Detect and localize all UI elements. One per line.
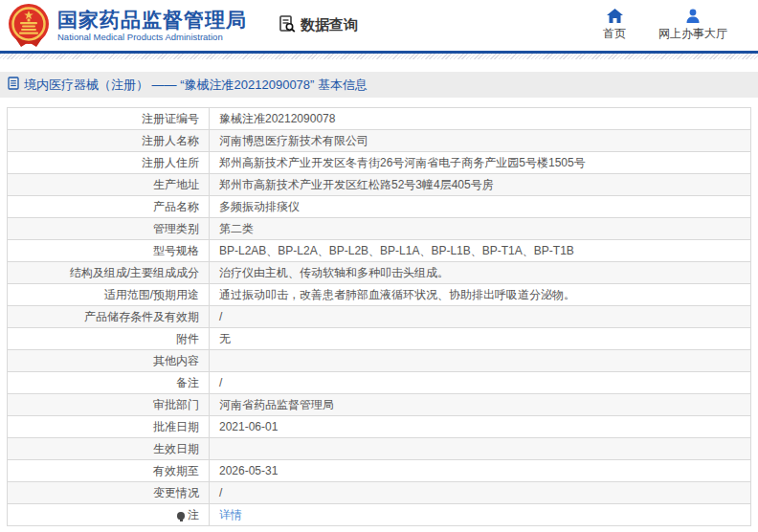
row-value: 2026-05-31 bbox=[210, 460, 751, 482]
row-value: 无 bbox=[210, 328, 751, 350]
person-icon bbox=[685, 9, 701, 23]
row-label: 产品名称 bbox=[8, 196, 210, 218]
row-value bbox=[210, 438, 751, 460]
row-label: 其他内容 bbox=[8, 350, 210, 372]
table-row: 其他内容 bbox=[8, 350, 751, 372]
data-query-label: 数据查询 bbox=[301, 16, 358, 34]
site-title: 国家药品监督管理局 bbox=[57, 9, 247, 32]
table-row: 型号规格BP-L2AB、BP-L2A、BP-L2B、BP-L1A、BP-L1B、… bbox=[8, 240, 751, 262]
row-value: 多频振动排痰仪 bbox=[210, 196, 751, 218]
row-label: 备注 bbox=[8, 372, 210, 394]
table-row: 审批部门河南省药品监督管理局 bbox=[8, 394, 751, 416]
table-row: 结构及组成/主要组成成分治疗仪由主机、传动软轴和多种叩击头组成。 bbox=[8, 262, 751, 284]
row-value: 河南博恩医疗新技术有限公司 bbox=[210, 130, 751, 152]
row-value: 通过振动叩击，改善患者肺部血液循环状况、协助排出呼吸道分泌物。 bbox=[210, 284, 751, 306]
nav-home-label: 首页 bbox=[603, 26, 626, 42]
row-value: 豫械注准20212090078 bbox=[210, 108, 751, 130]
table-row: 变更情况/ bbox=[8, 482, 751, 504]
table-row: 注册人住所郑州高新技术产业开发区冬青街26号河南省电子商务产业园5号楼1505号 bbox=[8, 152, 751, 174]
table-row: 有效期至2026-05-31 bbox=[8, 460, 751, 482]
brand-block: 国家药品监督管理局 National Medical Products Admi… bbox=[57, 9, 247, 43]
row-value: 第二类 bbox=[210, 218, 751, 240]
row-value: 郑州市高新技术产业开发区红松路52号3幢4层405号房 bbox=[210, 174, 751, 196]
row-label: 附件 bbox=[8, 328, 210, 350]
table-row: 注详情 bbox=[8, 504, 751, 526]
bulb-icon bbox=[177, 512, 185, 520]
table-row: 生效日期 bbox=[8, 438, 751, 460]
row-value: BP-L2AB、BP-L2A、BP-L2B、BP-L1A、BP-L1B、BP-T… bbox=[210, 240, 751, 262]
row-label: 生产地址 bbox=[8, 174, 210, 196]
nav-item-home[interactable]: 首页 bbox=[603, 9, 626, 42]
table-row: 注册人名称河南博恩医疗新技术有限公司 bbox=[8, 130, 751, 152]
national-emblem-logo bbox=[8, 4, 50, 48]
document-icon bbox=[8, 77, 19, 94]
data-query-entry[interactable]: 数据查询 bbox=[278, 14, 358, 37]
document-search-icon bbox=[278, 14, 297, 37]
row-label: 产品储存条件及有效期 bbox=[8, 306, 210, 328]
detail-link[interactable]: 详情 bbox=[219, 508, 242, 521]
row-value: 治疗仪由主机、传动软轴和多种叩击头组成。 bbox=[210, 262, 751, 284]
row-value: / bbox=[210, 306, 751, 328]
row-label: 管理类别 bbox=[8, 218, 210, 240]
row-value: 河南省药品监督管理局 bbox=[210, 394, 751, 416]
page-header: 国家药品监督管理局 National Medical Products Admi… bbox=[0, 0, 758, 51]
breadcrumb: 境内医疗器械（注册） —— “豫械注准20212090078” 基本信息 bbox=[0, 72, 758, 98]
row-label: 审批部门 bbox=[8, 394, 210, 416]
row-value: 详情 bbox=[210, 504, 751, 526]
row-label: 注册人住所 bbox=[8, 152, 210, 174]
registration-table-body: 注册证编号豫械注准20212090078注册人名称河南博恩医疗新技术有限公司注册… bbox=[8, 108, 751, 526]
home-icon bbox=[607, 9, 623, 23]
row-value: / bbox=[210, 372, 751, 394]
nav-service-hall-label: 网上办事大厅 bbox=[658, 26, 727, 42]
row-value: 2021-06-01 bbox=[210, 416, 751, 438]
row-label: 注 bbox=[8, 504, 210, 526]
registration-info-table: 注册证编号豫械注准20212090078注册人名称河南博恩医疗新技术有限公司注册… bbox=[7, 107, 751, 526]
table-row: 备注/ bbox=[8, 372, 751, 394]
table-row: 管理类别第二类 bbox=[8, 218, 751, 240]
header-nav: 首页 网上办事大厅 bbox=[603, 9, 727, 42]
row-label: 结构及组成/主要组成成分 bbox=[8, 262, 210, 284]
table-row: 适用范围/预期用途通过振动叩击，改善患者肺部血液循环状况、协助排出呼吸道分泌物。 bbox=[8, 284, 751, 306]
table-row: 产品名称多频振动排痰仪 bbox=[8, 196, 751, 218]
row-value bbox=[210, 350, 751, 372]
table-row: 批准日期2021-06-01 bbox=[8, 416, 751, 438]
table-row: 生产地址郑州市高新技术产业开发区红松路52号3幢4层405号房 bbox=[8, 174, 751, 196]
row-label: 生效日期 bbox=[8, 438, 210, 460]
row-value: / bbox=[210, 482, 751, 504]
row-label: 适用范围/预期用途 bbox=[8, 284, 210, 306]
table-row: 注册证编号豫械注准20212090078 bbox=[8, 108, 751, 130]
row-label: 批准日期 bbox=[8, 416, 210, 438]
table-row: 附件无 bbox=[8, 328, 751, 350]
row-label: 注册证编号 bbox=[8, 108, 210, 130]
row-label: 变更情况 bbox=[8, 482, 210, 504]
row-label: 注册人名称 bbox=[8, 130, 210, 152]
page-title: 境内医疗器械（注册） —— “豫械注准20212090078” 基本信息 bbox=[24, 77, 368, 94]
hatch-strip bbox=[0, 54, 758, 59]
site-subtitle: National Medical Products Administration bbox=[57, 32, 247, 43]
row-value: 郑州高新技术产业开发区冬青街26号河南省电子商务产业园5号楼1505号 bbox=[210, 152, 751, 174]
nav-item-service-hall[interactable]: 网上办事大厅 bbox=[658, 9, 727, 42]
row-label: 型号规格 bbox=[8, 240, 210, 262]
row-label: 有效期至 bbox=[8, 460, 210, 482]
table-row: 产品储存条件及有效期/ bbox=[8, 306, 751, 328]
